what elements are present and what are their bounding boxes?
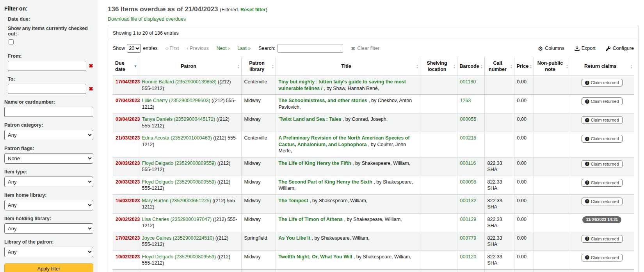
columns-button[interactable]: ⚙ Columns: [538, 46, 564, 51]
configure-button[interactable]: Configure: [606, 46, 634, 51]
claim-returned-button[interactable]: !Claim returned: [582, 235, 623, 243]
call-number-cell: 822.33 SHA: [484, 232, 514, 251]
previous-page-button[interactable]: ‹ Previous: [187, 46, 209, 51]
col-shelving-location[interactable]: Shelving location▲▼: [420, 57, 457, 76]
item-holding-library-select[interactable]: Any: [4, 223, 93, 234]
patron-flags-label: Patron flags:: [4, 146, 93, 151]
apply-filter-button[interactable]: Apply filter: [4, 263, 93, 272]
patron-link[interactable]: Floyd Delgado (23529000809559): [142, 179, 216, 185]
item-home-library-select[interactable]: Any: [4, 200, 93, 210]
patron-link[interactable]: Ronnie Ballard (23529000139858): [142, 79, 217, 85]
exclamation-circle-icon: !: [585, 180, 589, 185]
col-barcode[interactable]: Barcode▲▼: [457, 57, 484, 76]
barcode-link[interactable]: 000055: [460, 117, 477, 122]
title-link[interactable]: As You Like It: [279, 235, 311, 241]
col-patron[interactable]: Patron▲▼: [139, 57, 241, 76]
col-return-claims[interactable]: Return claims▲▼: [570, 57, 634, 76]
title-link[interactable]: The Schoolmistress, and other stories: [279, 98, 367, 103]
patron-link[interactable]: Floyd Delgado (23529000809559): [142, 161, 216, 166]
patron-library-select[interactable]: Any: [4, 247, 93, 257]
claim-returned-button[interactable]: !Claim returned: [582, 254, 623, 261]
return-claims-cell: !Claim returned: [570, 251, 634, 269]
barcode-cell: 000218: [457, 132, 484, 157]
col-title[interactable]: Title▲▼: [276, 57, 420, 76]
table-search-input[interactable]: [278, 44, 343, 53]
barcode-link[interactable]: 000132: [460, 198, 477, 203]
call-number-cell: 822.33 SHA: [484, 157, 514, 176]
title-link[interactable]: The Tempest: [279, 198, 308, 203]
col-non-public-note[interactable]: Non-public note▲▼: [534, 57, 570, 76]
price-cell: 0.00: [514, 76, 534, 95]
sort-icon: ▲▼: [480, 64, 483, 69]
page-size-select[interactable]: 20: [127, 44, 141, 53]
col-due-date[interactable]: Due date▼: [113, 57, 139, 76]
checked-out-label: Show any items currently checked out:: [8, 26, 93, 37]
to-date-input[interactable]: [8, 84, 86, 94]
wrench-icon: [606, 46, 611, 51]
patron-cell: Floyd Delgado (23529000809559) ((212) 55…: [139, 157, 241, 176]
patron-link[interactable]: Tanya Daniels (23529000445172): [142, 117, 215, 122]
patron-link[interactable]: Edna Acosta (23529001000463): [142, 135, 212, 141]
exclamation-circle-icon: !: [585, 99, 589, 104]
title-link[interactable]: The Life of Timon of Athens: [279, 217, 343, 222]
title-cell: A Preliminary Revision of the North Amer…: [276, 132, 420, 157]
title-link[interactable]: The Life of King Henry the Fifth: [279, 161, 351, 166]
barcode-link[interactable]: 000116: [460, 161, 476, 166]
claim-returned-button[interactable]: !Claim returned: [582, 179, 623, 187]
claim-returned-button[interactable]: !Claim returned: [582, 79, 623, 87]
next-page-button[interactable]: Next ›: [217, 46, 229, 51]
barcode-cell: 000779: [457, 232, 484, 251]
filters-sidebar: Filter on: Date due: Show any items curr…: [0, 0, 98, 272]
patron-link[interactable]: Mary Burton (23529000651225): [142, 198, 211, 203]
title-link[interactable]: The Second Part of King Henry the Sixth: [279, 179, 372, 185]
claim-returned-label: Claim returned: [591, 237, 619, 241]
barcode-link[interactable]: 000129: [460, 217, 477, 222]
table-controls: Show 20 entries « First ‹ Previous Next …: [113, 40, 634, 57]
first-page-button[interactable]: « First: [165, 46, 179, 51]
col-patron-library[interactable]: Patron library▲▼: [241, 57, 276, 76]
item-type-select[interactable]: Any: [4, 177, 93, 187]
due-date-cell: 21/03/2023: [113, 132, 139, 157]
overdues-page: Filter on: Date due: Show any items curr…: [0, 0, 644, 272]
export-button[interactable]: Export: [575, 46, 596, 51]
gear-icon: ⚙: [538, 46, 543, 51]
claim-returned-button[interactable]: !Claim returned: [582, 198, 623, 205]
barcode-link[interactable]: 000218: [460, 135, 477, 141]
barcode-link[interactable]: 1263: [460, 98, 471, 103]
download-overdues-link[interactable]: Download file of displayed overdues: [108, 16, 186, 22]
claim-returned-button[interactable]: !Claim returned: [582, 116, 623, 124]
from-date-input[interactable]: [8, 61, 86, 71]
patron-flags-select[interactable]: None: [4, 153, 93, 164]
barcode-link[interactable]: 000779: [460, 235, 477, 241]
last-page-button[interactable]: Last »: [237, 46, 251, 51]
patron-link[interactable]: Lillie Cherry (23529000299603): [142, 98, 210, 103]
claim-returned-button[interactable]: !Claim returned: [582, 135, 623, 143]
clear-filter-button[interactable]: ✖ Clear filter: [351, 46, 379, 51]
col-price[interactable]: Price▲▼: [514, 57, 534, 76]
sort-icon: ▲▼: [630, 64, 633, 69]
clear-to-icon[interactable]: ✖: [89, 86, 93, 92]
column-label: Shelving location: [427, 60, 447, 72]
patron-link[interactable]: Joyce Gaines (23529000224510): [142, 235, 214, 241]
title-author-text: , by Conrad, Joseph,: [341, 117, 388, 122]
shelving-location-cell: [420, 132, 457, 157]
reset-filter-link[interactable]: Reset filter: [240, 7, 266, 12]
clear-from-icon[interactable]: ✖: [89, 63, 93, 69]
price-cell: 0.00: [514, 269, 534, 272]
patron-link[interactable]: Lisa Charles (23529000197047): [142, 217, 212, 222]
barcode-link[interactable]: 000120: [460, 254, 477, 260]
column-label: Patron library: [249, 60, 265, 72]
barcode-link[interactable]: 000098: [460, 179, 477, 185]
claim-returned-button[interactable]: !Claim returned: [582, 97, 623, 105]
patron-library-cell: Midway: [241, 213, 276, 232]
patron-link[interactable]: Floyd Delgado (23529000809559): [142, 254, 216, 260]
title-link[interactable]: Twelfth Night; Or, What You Will: [279, 254, 352, 260]
checked-out-checkbox[interactable]: [9, 39, 14, 44]
barcode-link[interactable]: 001180: [460, 79, 476, 85]
title-link[interactable]: 'Twixt Land and Sea : Tales: [279, 117, 342, 122]
patron-category-select[interactable]: Any: [4, 130, 93, 140]
claim-returned-label: Claim returned: [591, 118, 619, 122]
claim-returned-button[interactable]: !Claim returned: [582, 160, 623, 168]
name-cardnumber-input[interactable]: [4, 107, 93, 117]
col-call-number[interactable]: Call number▲▼: [484, 57, 514, 76]
